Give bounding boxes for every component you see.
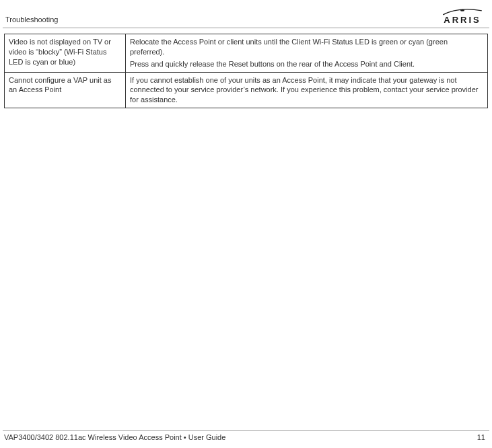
table-row: Video is not displayed on TV or video is… xyxy=(5,34,488,73)
brand-logo: ARRIS xyxy=(442,7,483,25)
table-row: Cannot configure a VAP unit as an Access… xyxy=(5,72,488,108)
page-header: Troubleshooting ARRIS xyxy=(3,0,489,28)
logo-text: ARRIS xyxy=(444,15,481,25)
troubleshooting-table: Video is not displayed on TV or video is… xyxy=(4,34,488,108)
solution-text: Press and quickly release the Reset butt… xyxy=(130,59,483,69)
svg-point-0 xyxy=(460,9,464,11)
solution-cell: If you cannot establish one of your unit… xyxy=(126,72,488,108)
page-footer: VAP3400/3402 802.11ac Wireless Video Acc… xyxy=(3,430,489,441)
footer-guide-title: VAP3400/3402 802.11ac Wireless Video Acc… xyxy=(4,433,225,441)
solution-text: If you cannot establish one of your unit… xyxy=(130,75,483,106)
solution-cell: Relocate the Access Point or client unit… xyxy=(126,34,488,73)
main-content: Video is not displayed on TV or video is… xyxy=(0,28,492,108)
solution-text: Relocate the Access Point or client unit… xyxy=(130,37,483,57)
problem-cell: Cannot configure a VAP unit as an Access… xyxy=(5,72,126,108)
problem-cell: Video is not displayed on TV or video is… xyxy=(5,34,126,73)
page-number: 11 xyxy=(477,433,485,441)
section-title: Troubleshooting xyxy=(5,15,58,25)
